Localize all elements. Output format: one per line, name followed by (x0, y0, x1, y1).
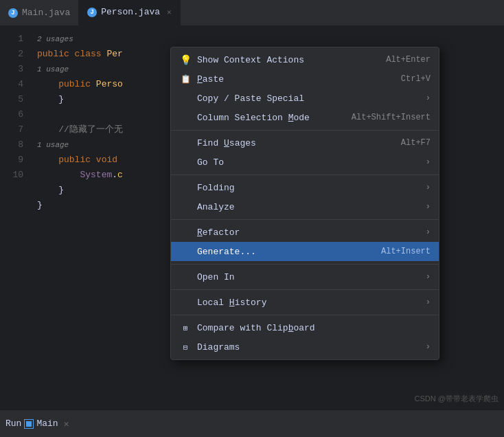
usage-hint-1: 2 usages (37, 32, 499, 47)
local-history-arrow: › (426, 298, 431, 307)
main-close-icon[interactable]: ✕ (64, 418, 69, 429)
main-java-icon: J (8, 8, 18, 18)
run-label: Run (5, 418, 21, 429)
refactor-icon (179, 226, 192, 238)
analyze-label: Analyze (197, 202, 420, 212)
diagrams-label: Diagrams (197, 342, 420, 352)
tab-main-java-label: Main.java (22, 8, 70, 18)
separator-4 (171, 264, 439, 265)
refactor-label: Refactor (197, 227, 420, 238)
context-actions-label: Show Context Actions (197, 55, 372, 65)
open-in-icon (179, 271, 192, 283)
menu-paste[interactable]: 📋 Paste Ctrl+V (171, 69, 439, 89)
copy-paste-special-icon (179, 92, 192, 104)
menu-find-usages[interactable]: Find Usages Alt+F7 (171, 133, 439, 153)
menu-analyze[interactable]: Analyze › (171, 197, 439, 216)
tab-close-icon[interactable]: ✕ (167, 8, 172, 16)
separator-1 (171, 130, 439, 131)
open-in-label: Open In (197, 272, 420, 282)
context-actions-icon: 💡 (179, 54, 192, 66)
person-java-icon: J (87, 8, 97, 17)
analyze-arrow: › (426, 202, 431, 212)
open-in-arrow: › (426, 272, 431, 282)
find-usages-shortcut: Alt+F7 (401, 138, 431, 148)
find-usages-icon (179, 137, 192, 149)
copy-paste-special-label: Copy / Paste Special (197, 93, 420, 104)
paste-icon: 📋 (179, 73, 192, 85)
menu-show-context-actions[interactable]: 💡 Show Context Actions Alt+Enter (171, 50, 439, 69)
separator-3 (171, 219, 439, 220)
folding-arrow: › (426, 183, 431, 192)
separator-5 (171, 289, 439, 290)
menu-generate[interactable]: Generate... Alt+Insert (171, 242, 439, 261)
separator-6 (171, 315, 439, 315)
tab-main-java[interactable]: J Main.java (0, 0, 79, 25)
line-numbers: 1 2 3 4 5 6 7 8 9 10 (0, 26, 32, 410)
menu-compare-clipboard[interactable]: ⊞ Compare with Clipboard (171, 318, 439, 337)
main-label: Main (36, 418, 58, 429)
menu-local-history[interactable]: Local History › (171, 293, 439, 312)
menu-column-selection[interactable]: Column Selection Mode Alt+Shift+Insert (171, 108, 439, 127)
folding-icon (179, 181, 192, 194)
generate-shortcut: Alt+Insert (381, 247, 431, 256)
compare-clipboard-label: Compare with Clipboard (197, 323, 431, 333)
folding-label: Folding (197, 183, 420, 193)
paste-label: Paste (197, 74, 387, 85)
context-menu: 💡 Show Context Actions Alt+Enter 📋 Paste… (170, 47, 439, 360)
column-selection-label: Column Selection Mode (197, 113, 338, 123)
context-actions-shortcut: Alt+Enter (386, 55, 431, 65)
watermark: CSDN @带带老表学爬虫 (415, 394, 499, 404)
run-dot (26, 421, 32, 427)
local-history-label: Local History (197, 298, 420, 308)
menu-diagrams[interactable]: ⊟ Diagrams › (171, 337, 439, 357)
tab-person-java-label: Person.java (101, 7, 160, 17)
bottom-bar: Run Main ✕ (0, 410, 504, 437)
refactor-arrow: › (426, 227, 431, 237)
tab-bar: J Main.java J Person.java ✕ (0, 0, 504, 26)
diagrams-arrow: › (426, 342, 431, 352)
go-to-arrow: › (426, 157, 431, 167)
diagrams-icon: ⊟ (179, 341, 192, 353)
menu-go-to[interactable]: Go To › (171, 153, 439, 172)
go-to-label: Go To (197, 157, 420, 168)
paste-shortcut: Ctrl+V (401, 74, 431, 84)
generate-label: Generate... (197, 247, 367, 257)
find-usages-label: Find Usages (197, 138, 387, 148)
compare-clipboard-icon: ⊞ (179, 322, 192, 334)
tab-person-java[interactable]: J Person.java ✕ (79, 0, 180, 25)
copy-paste-special-arrow: › (426, 93, 431, 103)
separator-2 (171, 175, 439, 175)
generate-icon (179, 245, 192, 258)
column-selection-shortcut: Alt+Shift+Insert (352, 113, 431, 122)
menu-refactor[interactable]: Refactor › (171, 223, 439, 242)
analyze-icon (179, 201, 192, 213)
menu-copy-paste-special[interactable]: Copy / Paste Special › (171, 89, 439, 108)
column-selection-icon (179, 111, 192, 124)
menu-folding[interactable]: Folding › (171, 178, 439, 197)
menu-open-in[interactable]: Open In › (171, 267, 439, 287)
run-icon (24, 419, 34, 429)
go-to-icon (179, 156, 192, 168)
local-history-icon (179, 296, 192, 309)
